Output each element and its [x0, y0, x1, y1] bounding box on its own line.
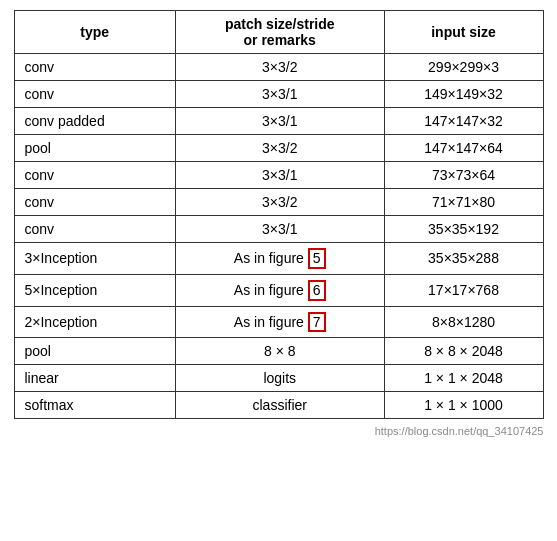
watermark: https://blog.csdn.net/qq_34107425	[14, 425, 544, 437]
col-header-type: type	[14, 11, 175, 54]
cell-input: 35×35×288	[384, 243, 543, 275]
cell-patch: As in figure 7	[175, 306, 384, 338]
cell-patch: 3×3/1	[175, 108, 384, 135]
cell-type: conv	[14, 81, 175, 108]
cell-input: 147×147×64	[384, 135, 543, 162]
cell-type: conv	[14, 189, 175, 216]
cell-patch: 3×3/1	[175, 162, 384, 189]
cell-type: 5×Inception	[14, 274, 175, 306]
cell-patch: classifier	[175, 392, 384, 419]
cell-type: pool	[14, 135, 175, 162]
table-row: linearlogits1 × 1 × 2048	[14, 365, 543, 392]
table-row: pool3×3/2147×147×64	[14, 135, 543, 162]
cell-type: 3×Inception	[14, 243, 175, 275]
table-row: conv3×3/1149×149×32	[14, 81, 543, 108]
table-row: conv padded3×3/1147×147×32	[14, 108, 543, 135]
cell-type: conv	[14, 162, 175, 189]
table-row: conv3×3/135×35×192	[14, 216, 543, 243]
cell-patch: 3×3/1	[175, 81, 384, 108]
cell-patch: 3×3/2	[175, 189, 384, 216]
cell-type: conv padded	[14, 108, 175, 135]
cell-input: 147×147×32	[384, 108, 543, 135]
table-row: conv3×3/2299×299×3	[14, 54, 543, 81]
architecture-table: type patch size/strideor remarks input s…	[14, 10, 544, 419]
table-row: 2×InceptionAs in figure 78×8×1280	[14, 306, 543, 338]
cell-patch: As in figure 5	[175, 243, 384, 275]
cell-type: linear	[14, 365, 175, 392]
col-header-patch: patch size/strideor remarks	[175, 11, 384, 54]
cell-input: 71×71×80	[384, 189, 543, 216]
cell-patch: 8 × 8	[175, 338, 384, 365]
table-row: pool8 × 88 × 8 × 2048	[14, 338, 543, 365]
cell-type: pool	[14, 338, 175, 365]
cell-input: 17×17×768	[384, 274, 543, 306]
cell-input: 73×73×64	[384, 162, 543, 189]
table-container: type patch size/strideor remarks input s…	[14, 10, 544, 437]
cell-type: 2×Inception	[14, 306, 175, 338]
cell-input: 149×149×32	[384, 81, 543, 108]
cell-patch: 3×3/2	[175, 54, 384, 81]
table-row: 3×InceptionAs in figure 535×35×288	[14, 243, 543, 275]
cell-patch: As in figure 6	[175, 274, 384, 306]
table-row: 5×InceptionAs in figure 617×17×768	[14, 274, 543, 306]
table-row: conv3×3/173×73×64	[14, 162, 543, 189]
cell-input: 35×35×192	[384, 216, 543, 243]
table-row: softmaxclassifier1 × 1 × 1000	[14, 392, 543, 419]
cell-input: 299×299×3	[384, 54, 543, 81]
cell-patch: logits	[175, 365, 384, 392]
cell-patch: 3×3/2	[175, 135, 384, 162]
cell-input: 8×8×1280	[384, 306, 543, 338]
col-header-input: input size	[384, 11, 543, 54]
cell-input: 1 × 1 × 1000	[384, 392, 543, 419]
cell-type: softmax	[14, 392, 175, 419]
cell-input: 1 × 1 × 2048	[384, 365, 543, 392]
header-row: type patch size/strideor remarks input s…	[14, 11, 543, 54]
cell-patch: 3×3/1	[175, 216, 384, 243]
cell-type: conv	[14, 54, 175, 81]
cell-input: 8 × 8 × 2048	[384, 338, 543, 365]
cell-type: conv	[14, 216, 175, 243]
table-row: conv3×3/271×71×80	[14, 189, 543, 216]
